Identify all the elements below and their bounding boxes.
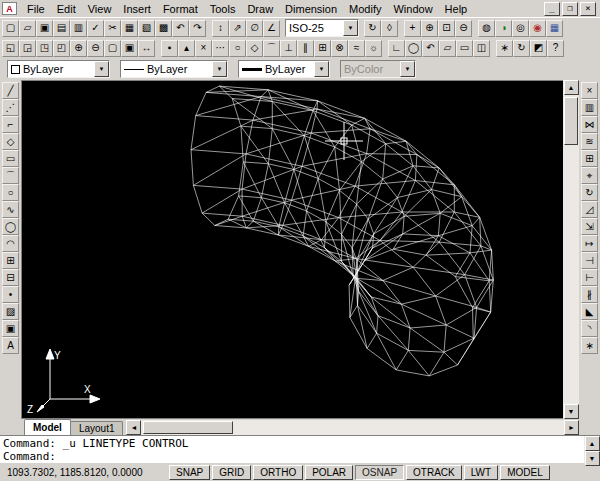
scroll-left-icon[interactable]: ◄: [126, 420, 141, 435]
fillet-button[interactable]: ◝: [581, 320, 598, 337]
scale-button[interactable]: ◿: [581, 201, 598, 218]
ucs-button[interactable]: ∟: [388, 40, 405, 57]
zoom-extents-button[interactable]: ▣: [121, 40, 138, 57]
dimension-style-button[interactable]: ◊: [381, 20, 398, 37]
zoom-realtime-button[interactable]: ⊕: [421, 20, 438, 37]
chevron-down-icon[interactable]: ▼: [343, 20, 358, 36]
menu-edit[interactable]: Edit: [51, 2, 82, 16]
zoom-window-button[interactable]: ⊡: [438, 20, 455, 37]
tab-layout1[interactable]: Layout1: [70, 421, 124, 435]
hatch-button[interactable]: ▨: [2, 303, 19, 320]
ortho-toggle[interactable]: ORTHO: [253, 465, 303, 480]
scroll-down-icon[interactable]: ▼: [564, 404, 579, 419]
command-input-line[interactable]: Command:: [3, 450, 581, 463]
ellipse-button[interactable]: ◯: [2, 218, 19, 235]
tab-model[interactable]: Model: [24, 419, 71, 435]
rotate-button[interactable]: ↻: [581, 184, 598, 201]
menu-draw[interactable]: Draw: [241, 2, 279, 16]
dimension-update-button[interactable]: ↻: [364, 20, 381, 37]
lineweight-combo[interactable]: ByLayer ▼: [238, 60, 330, 78]
break-button[interactable]: ∦: [581, 286, 598, 303]
menu-view[interactable]: View: [82, 2, 118, 16]
point-button[interactable]: •: [2, 286, 19, 303]
otrack-toggle[interactable]: OTRACK: [406, 465, 462, 480]
pan-button[interactable]: ↔: [138, 40, 155, 57]
vertical-scroll-thumb[interactable]: [564, 97, 578, 145]
shade-button[interactable]: ◑: [495, 20, 512, 37]
chevron-down-icon[interactable]: ▼: [314, 61, 329, 77]
vertical-scrollbar[interactable]: ▲ ▼: [563, 80, 579, 419]
help-contents-button[interactable]: ?: [547, 40, 564, 57]
aerial-view-button[interactable]: ◩: [530, 40, 547, 57]
minimize-button[interactable]: _: [544, 2, 560, 16]
snap-intersection-button[interactable]: ×: [195, 40, 212, 57]
lengthen-button[interactable]: ↦: [581, 235, 598, 252]
ucs-view-button[interactable]: ◫: [473, 40, 490, 57]
snap-tangent-button[interactable]: ⌒: [263, 40, 280, 57]
polygon-button[interactable]: ◇: [2, 133, 19, 150]
zoom-center-button[interactable]: ◰: [53, 40, 70, 57]
zoom-scale-button[interactable]: ◳: [36, 40, 53, 57]
snap-extension-button[interactable]: ⋯: [212, 40, 229, 57]
multiline-text-button[interactable]: A: [2, 337, 19, 354]
drawing-canvas[interactable]: YXZ: [21, 80, 563, 419]
radius-dimension-button[interactable]: ∅: [246, 20, 263, 37]
open-button[interactable]: ▱: [19, 20, 36, 37]
lwt-toggle[interactable]: LWT: [464, 465, 498, 480]
3d-orbit-button[interactable]: ◎: [512, 20, 529, 37]
new-button[interactable]: ▢: [2, 20, 19, 37]
scroll-right-icon[interactable]: ►: [564, 420, 579, 435]
zoom-all-button[interactable]: ▢: [104, 40, 121, 57]
cut-button[interactable]: ✂: [104, 20, 121, 37]
polar-toggle[interactable]: POLAR: [305, 465, 353, 480]
restore-button[interactable]: ❐: [562, 2, 578, 16]
spline-button[interactable]: ∿: [2, 201, 19, 218]
ucs-world-button[interactable]: ◯: [405, 40, 422, 57]
ucs-face-button[interactable]: ▱: [439, 40, 456, 57]
snap-parallel-button[interactable]: ∥: [297, 40, 314, 57]
circle-button[interactable]: ○: [2, 184, 19, 201]
pan-realtime-button[interactable]: +: [404, 20, 421, 37]
trim-button[interactable]: ⊣: [581, 252, 598, 269]
line-button[interactable]: ╱: [2, 82, 19, 99]
linear-dimension-button[interactable]: ↕: [212, 20, 229, 37]
copy-object-button[interactable]: ▥: [581, 99, 598, 116]
grid-toggle[interactable]: GRID: [212, 465, 251, 480]
scroll-up-icon[interactable]: ▲: [585, 436, 600, 451]
redo-button[interactable]: ↷: [189, 20, 206, 37]
match-properties-button[interactable]: ▩: [155, 20, 172, 37]
scroll-up-icon[interactable]: ▲: [564, 80, 579, 95]
snap-nearest-button[interactable]: ≈: [348, 40, 365, 57]
zoom-in-button[interactable]: ⊕: [70, 40, 87, 57]
make-block-button[interactable]: ⊟: [2, 269, 19, 286]
menu-modify[interactable]: Modify: [343, 2, 387, 16]
polyline-button[interactable]: ⌐: [2, 116, 19, 133]
snap-endpoint-button[interactable]: ▪: [161, 40, 178, 57]
angular-dimension-button[interactable]: ∠: [263, 20, 280, 37]
snap-perpendicular-button[interactable]: ⊥: [280, 40, 297, 57]
print-button[interactable]: ▤: [53, 20, 70, 37]
regen-button[interactable]: ↻: [513, 40, 530, 57]
aligned-dimension-button[interactable]: ⇗: [229, 20, 246, 37]
osnap-settings-button[interactable]: ☼: [365, 40, 382, 57]
snap-quadrant-button[interactable]: ◇: [246, 40, 263, 57]
undo-button[interactable]: ↶: [172, 20, 189, 37]
menu-tools[interactable]: Tools: [204, 2, 242, 16]
ucs-previous-button[interactable]: ↶: [422, 40, 439, 57]
linetype-combo[interactable]: ByLayer ▼: [120, 60, 228, 78]
offset-button[interactable]: ≋: [581, 133, 598, 150]
dim-style-combo[interactable]: ISO-25 ▼: [285, 19, 359, 37]
ucs-object-button[interactable]: ▭: [456, 40, 473, 57]
snap-midpoint-button[interactable]: ▴: [178, 40, 195, 57]
hide-button[interactable]: ◍: [478, 20, 495, 37]
snap-center-button[interactable]: ○: [229, 40, 246, 57]
scroll-down-icon[interactable]: ▼: [585, 451, 600, 466]
horizontal-scrollbar[interactable]: ◄ ►: [126, 420, 579, 435]
array-button[interactable]: ⊞: [581, 150, 598, 167]
menu-format[interactable]: Format: [157, 2, 204, 16]
region-button[interactable]: ▣: [2, 320, 19, 337]
zoom-dynamic-button[interactable]: ◲: [19, 40, 36, 57]
spelling-button[interactable]: ✓: [87, 20, 104, 37]
snap-node-button[interactable]: ⊗: [331, 40, 348, 57]
close-button[interactable]: ×: [580, 2, 596, 16]
